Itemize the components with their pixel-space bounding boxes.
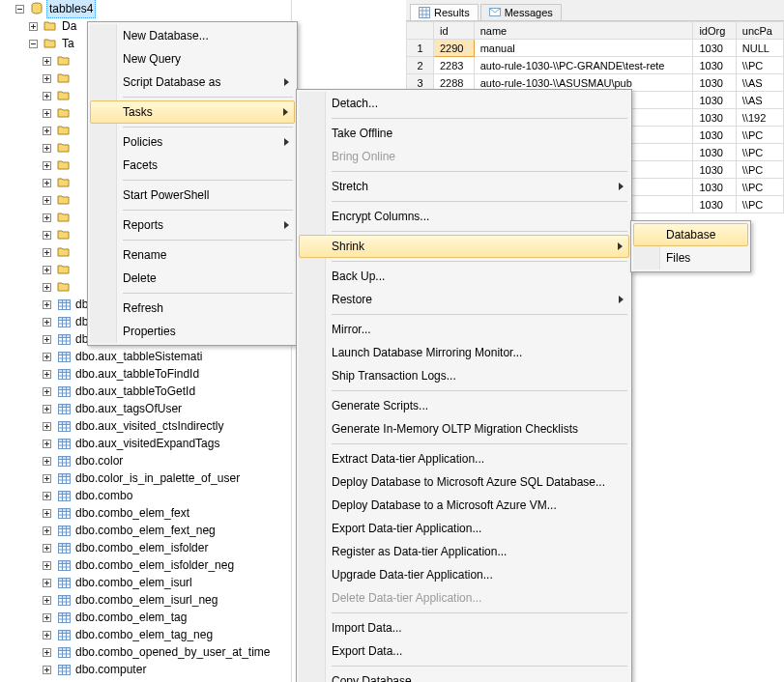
tree-table-node[interactable]: dbo.aux_visitedExpandTags xyxy=(0,435,291,452)
folder-icon xyxy=(56,88,72,103)
tree-node-label: dbo.aux_tabbleToFindId xyxy=(73,365,201,383)
cell-unc[interactable]: \\PC xyxy=(736,179,783,196)
cell-id[interactable]: 2290 xyxy=(434,40,475,57)
menu-item[interactable]: Database xyxy=(633,223,748,246)
col-id[interactable]: id xyxy=(434,22,475,40)
cell-name[interactable]: auto-rule-1030-\\PC-GRANDE\test-rete xyxy=(474,57,693,74)
cell-idorg[interactable]: 1030 xyxy=(693,196,736,213)
menu-item[interactable]: Restore xyxy=(299,288,629,311)
menu-item[interactable]: Launch Database Mirroring Monitor... xyxy=(299,341,629,364)
menu-item[interactable]: Tasks xyxy=(90,100,295,124)
menu-item[interactable]: Properties xyxy=(90,320,295,343)
menu-item-label: Deploy Database to Microsoft Azure SQL D… xyxy=(332,475,605,489)
cell-unc[interactable]: \\192 xyxy=(736,109,783,127)
menu-item[interactable]: Generate In-Memory OLTP Migration Checkl… xyxy=(299,417,629,440)
menu-item[interactable]: Policies xyxy=(90,130,295,154)
plus-icon xyxy=(39,418,54,434)
tree-table-node[interactable]: dbo.aux_tagsOfUser xyxy=(0,400,291,417)
plus-icon xyxy=(39,123,54,138)
tree-table-node[interactable]: dbo.color_is_in_palette_of_user xyxy=(0,469,291,487)
col-idorg[interactable]: idOrg xyxy=(693,22,736,40)
chevron-right-icon xyxy=(618,242,623,250)
tree-table-node[interactable]: dbo.combo_elem_fext xyxy=(0,504,291,522)
cell-unc[interactable]: \\PC xyxy=(736,144,783,161)
tree-db-node[interactable]: tabbles4 xyxy=(0,0,291,17)
menu-item[interactable]: Rename xyxy=(90,243,295,267)
menu-item[interactable]: Take Offline xyxy=(299,122,629,145)
tree-table-node[interactable]: dbo.aux_visited_ctsIndirectly xyxy=(0,417,291,435)
tree-table-node[interactable]: dbo.combo_elem_isfolder xyxy=(0,539,291,556)
menu-item[interactable]: Script Database as xyxy=(90,71,295,94)
tree-table-node[interactable]: dbo.computer xyxy=(0,661,291,678)
table-icon xyxy=(56,366,72,382)
menu-item[interactable]: Register as Data-tier Application... xyxy=(299,540,629,563)
menu-item[interactable]: Ship Transaction Logs... xyxy=(299,364,629,387)
tab-results[interactable]: Results xyxy=(410,4,479,20)
menu-item[interactable]: Delete xyxy=(90,267,295,290)
cell-unc[interactable]: NULL xyxy=(736,40,783,57)
tab-messages[interactable]: Messages xyxy=(480,4,562,20)
menu-item[interactable]: Deploy Database to Microsoft Azure SQL D… xyxy=(299,470,629,494)
menu-item[interactable]: Files xyxy=(633,246,748,270)
cell-idorg[interactable]: 1030 xyxy=(693,40,736,57)
menu-item[interactable]: Copy Database... xyxy=(299,669,629,682)
cell-unc[interactable]: \\PC xyxy=(736,57,783,74)
menu-item[interactable]: Refresh xyxy=(90,297,295,320)
tree-table-node[interactable]: dbo.combo_elem_isfolder_neg xyxy=(0,556,291,574)
tree-table-node[interactable]: dbo.combo_elem_fext_neg xyxy=(0,522,291,539)
menu-item[interactable]: Facets xyxy=(90,154,295,177)
menu-item[interactable]: Deploy Database to a Microsoft Azure VM.… xyxy=(299,494,629,517)
tree-table-node[interactable]: dbo.combo_elem_tag xyxy=(0,609,291,626)
folder-icon xyxy=(56,262,72,277)
menu-item[interactable]: Encrypt Columns... xyxy=(299,205,629,228)
menu-item[interactable]: Stretch xyxy=(299,175,629,198)
cell-unc[interactable]: \\PC xyxy=(736,127,783,144)
tree-table-node[interactable]: dbo.combo_elem_tag_neg xyxy=(0,626,291,643)
cell-idorg[interactable]: 1030 xyxy=(693,161,736,179)
tree-node-label: dbo.combo_elem_fext_neg xyxy=(73,522,218,539)
col-uncpa[interactable]: uncPa xyxy=(736,22,783,40)
cell-idorg[interactable]: 1030 xyxy=(693,92,736,109)
col-name[interactable]: name xyxy=(474,22,693,40)
menu-item[interactable]: Start PowerShell xyxy=(90,184,295,207)
menu-item[interactable]: Reports xyxy=(90,213,295,237)
menu-item[interactable]: Generate Scripts... xyxy=(299,394,629,417)
cell-unc[interactable]: \\AS xyxy=(736,74,783,92)
tree-table-node[interactable]: dbo.combo_elem_isurl xyxy=(0,574,291,591)
table-row[interactable]: 12290manual1030NULL xyxy=(407,40,784,57)
tree-table-node[interactable]: dbo.color xyxy=(0,452,291,469)
cell-idorg[interactable]: 1030 xyxy=(693,74,736,92)
cell-name[interactable]: manual xyxy=(474,40,693,57)
menu-item[interactable]: New Query xyxy=(90,47,295,71)
cell-idorg[interactable]: 1030 xyxy=(693,179,736,196)
cell-idorg[interactable]: 1030 xyxy=(693,109,736,127)
menu-item-label: Extract Data-tier Application... xyxy=(332,452,484,466)
menu-item[interactable]: Upgrade Data-tier Application... xyxy=(299,563,629,586)
cell-unc[interactable]: \\PC xyxy=(736,196,783,213)
menu-item[interactable]: Export Data... xyxy=(299,639,629,663)
tree-table-node[interactable]: dbo.aux_tabbleToFindId xyxy=(0,365,291,383)
cell-idorg[interactable]: 1030 xyxy=(693,57,736,74)
menu-item[interactable]: Extract Data-tier Application... xyxy=(299,447,629,470)
menu-item[interactable]: Mirror... xyxy=(299,318,629,341)
cell-idorg[interactable]: 1030 xyxy=(693,144,736,161)
cell-unc[interactable]: \\AS xyxy=(736,92,783,109)
table-row[interactable]: 22283auto-rule-1030-\\PC-GRANDE\test-ret… xyxy=(407,57,784,74)
cell-idorg[interactable]: 1030 xyxy=(693,127,736,144)
menu-item[interactable]: New Database... xyxy=(90,24,295,47)
tree-table-node[interactable]: dbo.aux_tabbleToGetId xyxy=(0,383,291,400)
tree-table-node[interactable]: dbo.aux_tabbleSistemati xyxy=(0,348,291,365)
menu-item[interactable]: Back Up... xyxy=(299,265,629,288)
menu-item[interactable]: Export Data-tier Application... xyxy=(299,517,629,540)
menu-item[interactable]: Detach... xyxy=(299,92,629,115)
menu-item[interactable]: Shrink xyxy=(299,235,629,258)
tree-table-node[interactable]: dbo.combo xyxy=(0,487,291,504)
cell-id[interactable]: 2283 xyxy=(434,57,475,74)
message-icon xyxy=(489,7,501,18)
menu-item[interactable]: Import Data... xyxy=(299,616,629,639)
tree-table-node[interactable]: dbo.combo_opened_by_user_at_time xyxy=(0,643,291,661)
menu-item-label: Deploy Database to a Microsoft Azure VM.… xyxy=(332,498,557,512)
menu-item-label: Mirror... xyxy=(332,323,371,336)
cell-unc[interactable]: \\PC xyxy=(736,161,783,179)
tree-table-node[interactable]: dbo.combo_elem_isurl_neg xyxy=(0,591,291,609)
